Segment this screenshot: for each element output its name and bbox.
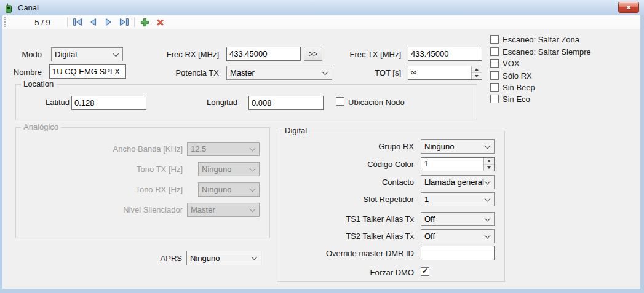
record-navigator-toolbar: 5 / 9 [2, 15, 640, 29]
grupo-rx-value: Ninguno [424, 142, 454, 151]
latitud-input[interactable] [71, 96, 146, 110]
slot-repetidor-label: Slot Repetidor [284, 195, 414, 204]
codigo-color-label: Código Color [284, 160, 414, 169]
frec-tx-input[interactable] [408, 47, 482, 61]
escaneo-saltar-siempre-label: Escaneo: Saltar Siempre [503, 47, 591, 57]
vox-checkbox[interactable] [490, 59, 499, 68]
titlebar: Canal ✕ [0, 0, 644, 15]
tot-label: TOT [s] [332, 68, 401, 77]
copy-rx-to-tx-label: >> [309, 50, 317, 58]
digital-group-title: Digital [282, 126, 309, 135]
slot-repetidor-combobox[interactable]: 1 [421, 192, 495, 206]
tono-tx-label: Tono TX [Hz] [53, 165, 183, 174]
aprs-label: APRS [113, 254, 182, 263]
tono-tx-value: Ninguno [202, 165, 231, 174]
add-record-icon [140, 17, 150, 28]
delete-record-button[interactable] [153, 16, 168, 29]
ubicacion-nodo-label: Ubicación Nodo [348, 98, 405, 107]
forzar-dmo-label: Forzar DMO [284, 268, 414, 277]
ts1-talker-alias-value: Off [424, 214, 435, 224]
ancho-banda-combobox: 12.5 [187, 142, 260, 156]
modo-combobox[interactable]: Digital [51, 47, 123, 61]
client-area: 5 / 9 [2, 15, 640, 289]
last-record-icon [119, 18, 129, 26]
potencia-tx-combobox[interactable]: Master [226, 66, 332, 80]
tono-tx-combobox: Ninguno [198, 162, 260, 176]
sin-eco-label: Sin Eco [503, 95, 530, 104]
tono-rx-value: Ninguno [202, 185, 231, 194]
sin-beep-label: Sin Beep [503, 83, 535, 92]
close-icon: ✕ [626, 4, 631, 12]
tot-value: ∞ [408, 66, 471, 79]
radio-icon [4, 3, 14, 13]
ts2-talker-alias-label: TS2 Talker Alias Tx [284, 232, 414, 241]
ubicacion-nodo-checkbox[interactable] [336, 97, 344, 106]
escaneo-saltar-zona-checkbox[interactable] [490, 35, 499, 44]
override-dmr-id-input[interactable] [421, 246, 495, 260]
tot-spin-up[interactable] [472, 66, 482, 73]
ancho-banda-label: Ancho Banda [KHz] [53, 144, 183, 154]
codigo-color-spin-buttons [483, 158, 494, 171]
aprs-combobox[interactable]: Ninguno [186, 251, 261, 265]
add-record-button[interactable] [137, 16, 153, 29]
longitud-label: Longitud [182, 98, 237, 107]
previous-record-icon [89, 18, 98, 26]
frec-rx-input[interactable] [226, 47, 301, 61]
last-record-button[interactable] [116, 16, 132, 29]
ts1-talker-alias-combobox[interactable]: Off [421, 212, 495, 226]
close-button[interactable]: ✕ [618, 2, 639, 13]
toolbar-separator [134, 17, 135, 27]
escaneo-saltar-siempre-checkbox[interactable] [490, 47, 499, 56]
sin-beep-checkbox[interactable] [490, 83, 499, 92]
up-arrow-icon [475, 68, 479, 71]
first-record-icon [73, 18, 83, 26]
ts2-talker-alias-combobox[interactable]: Off [421, 229, 495, 243]
solo-rx-checkbox[interactable] [490, 71, 499, 80]
window-title: Canal [18, 3, 39, 12]
potencia-tx-label: Potencia TX [150, 68, 219, 77]
codigo-color-spin-up[interactable] [484, 158, 494, 165]
ts1-talker-alias-label: TS1 Talker Alias Tx [284, 214, 414, 224]
next-record-button[interactable] [101, 16, 116, 29]
tot-spin-down[interactable] [472, 73, 482, 79]
frec-tx-label: Frec TX [MHz] [332, 50, 401, 59]
codigo-color-spin-down[interactable] [484, 165, 494, 171]
ancho-banda-value: 12.5 [191, 144, 206, 154]
tot-spin-buttons [471, 66, 482, 79]
first-record-button[interactable] [70, 16, 85, 29]
tono-rx-label: Tono RX [Hz] [53, 185, 183, 194]
location-group-title: Location [21, 79, 56, 88]
copy-rx-to-tx-button[interactable]: >> [304, 47, 322, 61]
latitud-label: Latitud [22, 98, 70, 107]
nombre-input[interactable] [49, 64, 126, 79]
modo-value: Digital [55, 50, 77, 59]
down-arrow-icon [475, 75, 479, 77]
nivel-silenciador-combobox: Master [187, 203, 260, 217]
delete-record-icon [155, 17, 165, 28]
tot-spinner[interactable]: ∞ [408, 66, 482, 80]
toolbar-separator [67, 17, 68, 27]
contacto-combobox[interactable]: Llamada general [421, 175, 495, 189]
grupo-rx-combobox[interactable]: Ninguno [421, 139, 495, 154]
grupo-rx-label: Grupo RX [284, 142, 414, 151]
codigo-color-value: 1 [421, 158, 483, 171]
down-arrow-icon [487, 166, 491, 169]
location-groupbox: Location Latitud Longitud Ubicación Nodo [15, 84, 477, 120]
previous-record-button[interactable] [85, 16, 101, 29]
forzar-dmo-checkbox[interactable]: ✓ [421, 267, 429, 276]
sin-eco-checkbox[interactable] [490, 95, 499, 103]
vox-label: VOX [503, 59, 519, 68]
aprs-value: Ninguno [190, 254, 220, 263]
contacto-value: Llamada general [424, 178, 484, 187]
escaneo-saltar-zona-label: Escaneo: Saltar Zona [503, 35, 579, 44]
longitud-input[interactable] [248, 96, 324, 110]
up-arrow-icon [487, 160, 491, 162]
slot-repetidor-value: 1 [424, 195, 429, 204]
nombre-label: Nombre [9, 68, 42, 77]
potencia-tx-value: Master [230, 68, 255, 77]
nivel-silenciador-label: Nivel Silenciador [53, 205, 183, 214]
form-area: Modo Digital Frec RX [MHz] >> Frec TX [M… [2, 29, 640, 289]
codigo-color-spinner[interactable]: 1 [421, 157, 495, 171]
toolbar-grip[interactable] [4, 17, 7, 27]
contacto-label: Contacto [284, 178, 414, 187]
